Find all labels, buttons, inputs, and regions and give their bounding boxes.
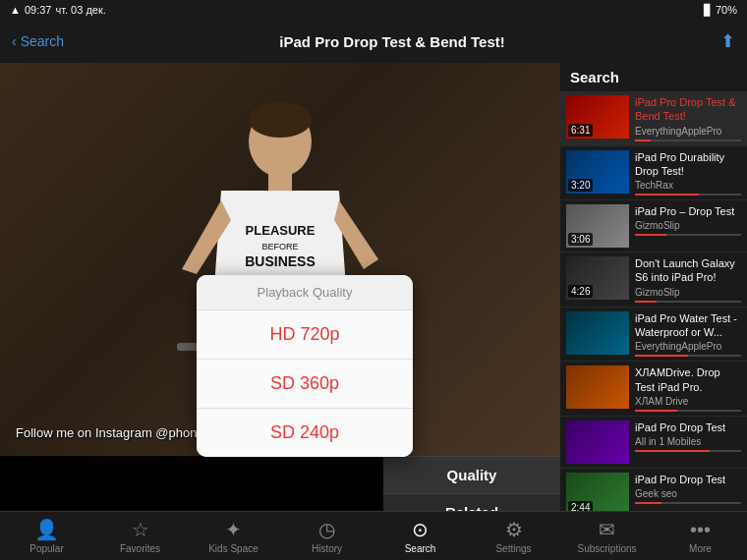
sidebar-thumb: 6:31	[566, 95, 629, 139]
svg-text:BEFORE: BEFORE	[261, 242, 298, 252]
progress-fill	[635, 410, 677, 412]
sidebar-title: iPad Pro Water Test - Waterproof or W...	[635, 311, 741, 340]
progress-bar	[635, 234, 741, 236]
sidebar-info: iPad Pro – Drop Test GizmoSlip	[635, 204, 741, 236]
tab-label: More	[689, 543, 712, 554]
sidebar-info: iPad Pro Durability Drop Test! TechRax	[635, 150, 741, 196]
progress-fill	[635, 140, 651, 141]
sidebar-thumb: 3:20	[566, 150, 629, 194]
sidebar-title: iPad Pro – Drop Test	[635, 204, 741, 218]
progress-fill	[635, 502, 661, 504]
tab-label: Search	[405, 543, 436, 554]
status-left: ▲ 09:37 чт. 03 дек.	[10, 4, 106, 16]
tab-item-settings[interactable]: ⚙ Settings	[467, 518, 560, 554]
tab-icon: ◷	[316, 518, 339, 541]
sidebar-title: iPad Pro Drop Test	[635, 420, 741, 434]
tab-label: Kids Space	[208, 543, 259, 554]
status-right: ▊ 70%	[704, 4, 737, 17]
sidebar-info: iPad Pro Drop Test All in 1 Mobiles	[635, 420, 741, 452]
sidebar-item[interactable]: 3:06 iPad Pro – Drop Test GizmoSlip	[560, 200, 747, 252]
sidebar-info: ХЛАМDrive. Drop Test iPad Pro. ХЛАМ Driv…	[635, 365, 741, 412]
sidebar-channel: All in 1 Mobiles	[635, 436, 741, 447]
status-time: 09:37	[25, 4, 52, 16]
sidebar-info: iPad Pro Water Test - Waterproof or W...…	[635, 311, 741, 358]
svg-text:PLEASURE: PLEASURE	[246, 223, 316, 238]
thumb-duration: 3:20	[568, 179, 593, 192]
battery-icon: ▊	[704, 4, 712, 17]
tab-item-history[interactable]: ◷ History	[280, 518, 374, 554]
battery-level: 70%	[716, 4, 737, 16]
sidebar-item[interactable]: iPad Pro Water Test - Waterproof or W...…	[560, 308, 747, 363]
sidebar-channel: ХЛАМ Drive	[635, 396, 741, 407]
sidebar-item[interactable]: 3:20 iPad Pro Durability Drop Test! Tech…	[560, 146, 747, 201]
sidebar-item[interactable]: 6:31 iPad Pro Drop Test & Bend Test! Eve…	[560, 91, 747, 146]
quality-option-sd240[interactable]: SD 240p	[197, 409, 413, 457]
status-day: чт. 03 дек.	[55, 4, 105, 16]
svg-point-1	[249, 102, 312, 138]
sidebar-item[interactable]: 4:26 Don't Launch Galaxy S6 into iPad Pr…	[560, 252, 747, 308]
tab-item-search[interactable]: ⊙ Search	[374, 518, 467, 554]
sidebar-item[interactable]: iPad Pro Drop Test All in 1 Mobiles	[560, 417, 747, 469]
quality-popup-header: Playback Quality	[197, 275, 413, 310]
sidebar-info: Don't Launch Galaxy S6 into iPad Pro! Gi…	[635, 256, 741, 303]
sidebar-title: iPad Pro Durability Drop Test!	[635, 150, 741, 179]
tab-icon: 👤	[35, 518, 59, 541]
sidebar-item[interactable]: ХЛАМDrive. Drop Test iPad Pro. ХЛАМ Driv…	[560, 362, 747, 417]
sidebar-info: iPad Pro Drop Test Geek seo	[635, 473, 741, 504]
progress-fill	[635, 194, 699, 196]
tab-label: Subscriptions	[577, 543, 636, 554]
sidebar-thumb: 3:06	[566, 204, 629, 248]
sidebar-thumb: 2:44	[566, 473, 629, 516]
tab-icon: ⊙	[409, 518, 432, 541]
thumb-duration: 4:26	[568, 285, 593, 298]
progress-bar	[635, 450, 741, 452]
progress-bar	[635, 355, 741, 357]
tab-icon: ☆	[129, 518, 152, 541]
progress-bar	[635, 502, 741, 504]
quality-button[interactable]: Quality	[383, 456, 560, 493]
sidebar-title: ХЛАМDrive. Drop Test iPad Pro.	[635, 365, 741, 394]
sidebar-channel: EverythingApplePro	[635, 341, 741, 352]
tab-label: Favorites	[120, 543, 160, 554]
tab-item-favorites[interactable]: ☆ Favorites	[93, 518, 187, 554]
progress-fill	[635, 355, 688, 357]
tab-item-more[interactable]: ••• More	[654, 518, 747, 554]
tab-label: Popular	[29, 543, 63, 554]
sidebar-thumb	[566, 420, 629, 464]
sidebar-title: Don't Launch Galaxy S6 into iPad Pro!	[635, 256, 741, 285]
back-label: Search	[21, 33, 64, 49]
sidebar-header: Search	[560, 63, 747, 91]
tab-bar: 👤 Popular ☆ Favorites ✦ Kids Space ◷ His…	[0, 511, 747, 560]
sidebar-channel: Geek seo	[635, 488, 741, 499]
progress-bar	[635, 301, 741, 303]
sidebar-info: iPad Pro Drop Test & Bend Test! Everythi…	[635, 95, 741, 141]
progress-bar	[635, 140, 741, 141]
tab-icon: ✉	[596, 518, 619, 541]
sidebar: Search 6:31 iPad Pro Drop Test & Bend Te…	[560, 63, 747, 531]
page-title: iPad Pro Drop Test & Bend Test!	[279, 33, 504, 50]
svg-text:BUSINESS: BUSINESS	[245, 253, 316, 269]
progress-fill	[635, 301, 657, 303]
sidebar-channel: GizmoSlip	[635, 220, 741, 231]
sidebar-title: iPad Pro Drop Test & Bend Test!	[635, 95, 741, 124]
tab-item-popular[interactable]: 👤 Popular	[0, 518, 93, 554]
sidebar-title: iPad Pro Drop Test	[635, 473, 741, 486]
quality-popup: Playback Quality HD 720p SD 360p SD 240p	[197, 275, 413, 457]
tab-icon: •••	[689, 518, 713, 541]
sidebar-channel: TechRax	[635, 180, 741, 191]
share-button[interactable]: ⬆	[720, 30, 735, 52]
sidebar-thumb: 4:26	[566, 256, 629, 300]
sidebar-channel: EverythingApplePro	[635, 126, 741, 137]
sidebar-thumb	[566, 365, 629, 409]
tab-icon: ⚙	[502, 518, 526, 541]
quality-option-sd360[interactable]: SD 360p	[197, 360, 413, 409]
quality-option-hd720[interactable]: HD 720p	[197, 310, 413, 360]
tab-item-kids-space[interactable]: ✦ Kids Space	[187, 518, 280, 554]
nav-bar: ‹ Search iPad Pro Drop Test & Bend Test!…	[0, 20, 747, 63]
svg-rect-2	[268, 173, 292, 193]
status-bar: ▲ 09:37 чт. 03 дек. ▊ 70%	[0, 0, 747, 20]
progress-fill	[635, 450, 710, 452]
back-button[interactable]: ‹ Search	[12, 33, 64, 49]
tab-item-subscriptions[interactable]: ✉ Subscriptions	[560, 518, 654, 554]
wifi-icon: ▲	[10, 4, 21, 16]
